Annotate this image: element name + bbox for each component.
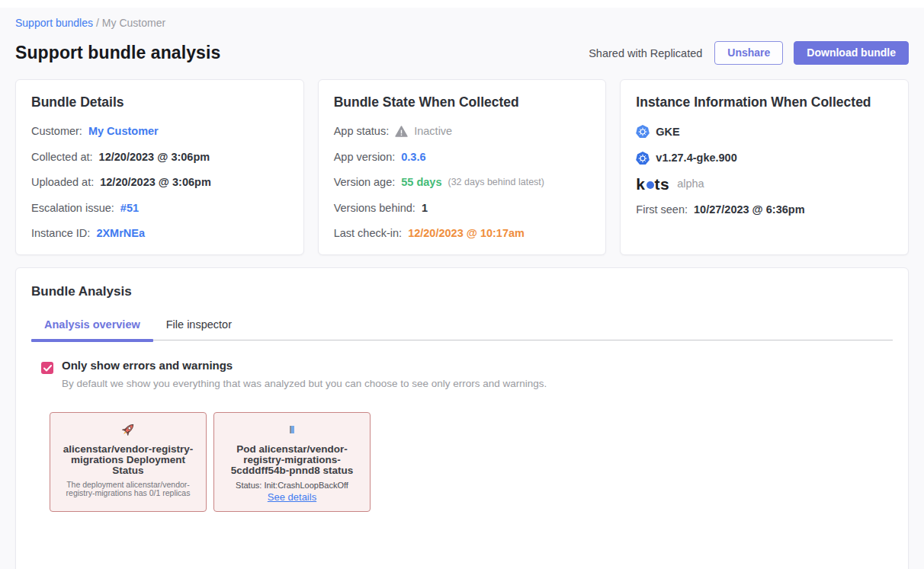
kots-channel: alpha bbox=[677, 177, 704, 190]
broken-image-icon bbox=[221, 420, 363, 439]
tab-file-inspector[interactable]: File inspector bbox=[153, 318, 245, 340]
issue-title: alicenstar/vendor-registry-migrations De… bbox=[57, 444, 199, 476]
k8s-version-row: v1.27.4-gke.900 bbox=[636, 152, 893, 165]
analysis-tabs: Analysis overview File inspector bbox=[31, 318, 893, 340]
last-checkin-row: Last check-in: 12/20/2023 @ 10:17am bbox=[334, 227, 591, 240]
issue-message: The deployment alicenstar/vendor-registr… bbox=[57, 481, 199, 497]
support-bundle-analysis-page: Support bundles/My Customer Support bund… bbox=[0, 8, 924, 569]
distribution-row: GKE bbox=[636, 125, 893, 139]
uploaded-at-row: Uploaded at: 12/20/2023 @ 3:06pm bbox=[31, 176, 288, 189]
last-checkin-value: 12/20/2023 @ 10:17am bbox=[408, 227, 525, 240]
info-cards-row: Bundle Details Customer: My Customer Col… bbox=[12, 79, 912, 255]
versions-behind-value: 1 bbox=[422, 202, 428, 215]
breadcrumb-current: My Customer bbox=[102, 17, 165, 29]
instance-id-label: Instance ID: bbox=[31, 227, 90, 240]
instance-info-card: Instance Information When Collected GKE … bbox=[620, 79, 909, 255]
filter-label[interactable]: Only show errors and warnings bbox=[62, 359, 547, 372]
escalation-issue-row: Escalation issue: #51 bbox=[31, 202, 288, 215]
top-strip bbox=[0, 0, 924, 8]
errors-warnings-filter: Only show errors and warnings By default… bbox=[31, 359, 893, 389]
breadcrumb-support-bundles-link[interactable]: Support bundles bbox=[15, 17, 93, 29]
page-title: Support bundle analysis bbox=[15, 43, 220, 63]
collected-at-row: Collected at: 12/20/2023 @ 3:06pm bbox=[31, 151, 288, 164]
shared-status-text: Shared with Replicated bbox=[589, 47, 702, 59]
kots-row: kts alpha bbox=[636, 177, 893, 190]
collected-at-value: 12/20/2023 @ 3:06pm bbox=[99, 151, 210, 164]
instance-id-row: Instance ID: 2XMrNEa bbox=[31, 227, 288, 240]
first-seen-value: 10/27/2023 @ 6:36pm bbox=[694, 203, 805, 216]
issue-status: Status: Init:CrashLoopBackOff bbox=[221, 481, 363, 490]
first-seen-row: First seen: 10/27/2023 @ 6:36pm bbox=[636, 203, 893, 216]
tab-analysis-overview[interactable]: Analysis overview bbox=[31, 318, 153, 340]
kots-logo-dot bbox=[646, 181, 654, 189]
issue-card-pod-status: Pod alicenstar/vendor-registry-migration… bbox=[213, 412, 371, 512]
analysis-issues-row: alicenstar/vendor-registry-migrations De… bbox=[31, 412, 893, 512]
filter-description: By default we show you everything that w… bbox=[62, 378, 547, 389]
filter-texts: Only show errors and warnings By default… bbox=[62, 359, 547, 389]
unshare-button[interactable]: Unshare bbox=[714, 41, 783, 65]
app-version-link[interactable]: 0.3.6 bbox=[401, 151, 425, 164]
bundle-state-card: Bundle State When Collected App status: … bbox=[318, 79, 607, 255]
version-age-label: Version age: bbox=[334, 176, 396, 189]
issue-card-deployment-status: alicenstar/vendor-registry-migrations De… bbox=[50, 412, 207, 512]
page-header: Support bundle analysis Shared with Repl… bbox=[12, 41, 912, 65]
k8s-version-value: v1.27.4-gke.900 bbox=[656, 152, 736, 165]
versions-behind-row: Versions behind: 1 bbox=[334, 202, 591, 215]
distribution-value: GKE bbox=[656, 126, 679, 139]
issue-title: Pod alicenstar/vendor-registry-migration… bbox=[221, 444, 363, 476]
version-age-note: (32 days behind latest) bbox=[448, 176, 544, 189]
escalation-issue-link[interactable]: #51 bbox=[120, 202, 139, 215]
versions-behind-label: Versions behind: bbox=[334, 202, 415, 215]
escalation-issue-label: Escalation issue: bbox=[31, 202, 114, 215]
kubernetes-distribution-icon bbox=[636, 125, 650, 139]
breadcrumb-separator: / bbox=[96, 17, 99, 29]
bundle-details-card: Bundle Details Customer: My Customer Col… bbox=[15, 79, 304, 255]
app-version-label: App version: bbox=[334, 151, 396, 164]
bundle-analysis-title: Bundle Analysis bbox=[31, 284, 893, 299]
uploaded-at-label: Uploaded at: bbox=[31, 176, 94, 189]
version-age-value: 55 days bbox=[401, 176, 441, 189]
app-status-value: Inactive bbox=[414, 125, 452, 138]
kubernetes-version-icon bbox=[636, 152, 650, 165]
breadcrumb: Support bundles/My Customer bbox=[12, 17, 912, 29]
header-actions: Shared with Replicated Unshare Download … bbox=[589, 41, 909, 65]
app-status-label: App status: bbox=[334, 125, 390, 138]
warning-icon bbox=[395, 126, 408, 137]
instance-id-link[interactable]: 2XMrNEa bbox=[96, 227, 145, 240]
see-details-link[interactable]: See details bbox=[268, 491, 316, 503]
rocket-icon bbox=[57, 420, 199, 439]
customer-label: Customer: bbox=[31, 125, 82, 138]
version-age-row: Version age: 55 days (32 days behind lat… bbox=[334, 176, 591, 189]
first-seen-label: First seen: bbox=[636, 203, 688, 216]
customer-link[interactable]: My Customer bbox=[88, 125, 159, 138]
instance-info-title: Instance Information When Collected bbox=[636, 94, 893, 110]
uploaded-at-value: 12/20/2023 @ 3:06pm bbox=[100, 176, 211, 189]
bundle-details-title: Bundle Details bbox=[31, 94, 288, 110]
download-bundle-button[interactable]: Download bundle bbox=[794, 41, 909, 65]
app-version-row: App version: 0.3.6 bbox=[334, 151, 591, 164]
customer-row: Customer: My Customer bbox=[31, 125, 288, 138]
kots-logo: kts bbox=[636, 177, 669, 190]
collected-at-label: Collected at: bbox=[31, 151, 93, 164]
app-status-row: App status: Inactive bbox=[334, 125, 591, 138]
checkmark-icon bbox=[43, 365, 52, 372]
bundle-state-title: Bundle State When Collected bbox=[334, 94, 591, 110]
errors-warnings-checkbox[interactable] bbox=[41, 362, 53, 374]
bundle-analysis-card: Bundle Analysis Analysis overview File i… bbox=[15, 267, 909, 569]
last-checkin-label: Last check-in: bbox=[334, 227, 402, 240]
